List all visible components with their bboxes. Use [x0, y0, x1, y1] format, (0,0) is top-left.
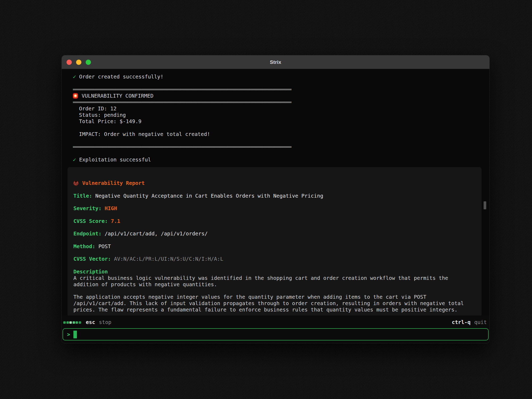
spinner-square [69, 321, 72, 324]
spinner-square [73, 321, 75, 324]
exploitation-text: Exploitation successful [79, 157, 151, 163]
field-label: Severity: [73, 205, 102, 211]
terminal-output[interactable]: ✓Order created successfully! ═══════════… [62, 69, 489, 315]
spinner-square [66, 321, 69, 324]
quit-key-hint: ctrl-q [452, 319, 471, 326]
check-icon: ✓ [73, 74, 76, 80]
quit-action-label: quit [474, 319, 487, 326]
total-price-line: Total Price: $-149.9 [73, 118, 478, 125]
window-title: Strix [270, 59, 281, 65]
log-stream: ✓Order created successfully! ═══════════… [73, 74, 478, 163]
bug-icon [73, 181, 78, 186]
vulnerability-report-panel: Vulnerability Report Title:Negative Quan… [68, 167, 481, 315]
impact-line: IMPACT: Order with negative total create… [73, 131, 478, 138]
quit-hint-group: ctrl-q quit [452, 319, 487, 326]
description-line: /api/v1/cart/add. This lack of input val… [73, 300, 475, 307]
field-value: HIGH [105, 205, 117, 211]
zoom-button[interactable] [86, 60, 91, 65]
description-line: A critical business logic vulnerability … [73, 275, 475, 281]
field-label: CVSS Score: [73, 218, 108, 224]
report-field-title: Title:Negative Quantity Acceptance in Ca… [73, 193, 475, 199]
report-field-severity: Severity:HIGH [73, 205, 475, 212]
description-line: prices. The flaw represents a fundamenta… [73, 307, 475, 313]
field-value: Negative Quantity Acceptance in Cart Ena… [95, 193, 323, 199]
input-prompt: > [67, 331, 70, 338]
description-line: addition of products with negative quant… [73, 281, 475, 288]
input-cursor [73, 331, 77, 338]
description-heading: Description [73, 269, 475, 275]
success-line: ✓Order created successfully! [73, 74, 478, 80]
report-heading-line: Vulnerability Report [73, 180, 475, 186]
traffic-lights [66, 55, 91, 69]
spinner-square [76, 321, 78, 324]
field-label: Title: [73, 193, 92, 199]
field-label: CVSS Vector: [73, 256, 111, 262]
command-input[interactable]: > [63, 328, 489, 340]
separator-line: ════════════════════════════════════════… [73, 99, 478, 106]
minimize-button[interactable] [76, 60, 81, 65]
field-value: 7.1 [111, 218, 120, 224]
status-bar: esc stop ctrl-q quit [62, 319, 489, 326]
esc-key-hint: esc [86, 319, 95, 326]
vulnerability-banner: VULNERABILITY CONFIRMED [73, 93, 478, 99]
close-button[interactable] [66, 60, 72, 65]
field-value: POST [98, 243, 111, 250]
field-value: AV:N/AC:L/PR:L/UI:N/S:U/C:N/I:H/A:L [114, 256, 223, 262]
report-field-cvss-score: CVSS Score:7.1 [73, 218, 475, 225]
window-titlebar: Strix [62, 55, 489, 69]
spinner-square [63, 321, 66, 324]
separator-line: ════════════════════════════════════════… [73, 86, 478, 93]
report-field-endpoint: Endpoint:/api/v1/cart/add, /api/v1/order… [73, 231, 475, 237]
report-field-method: Method:POST [73, 243, 475, 250]
field-label: Endpoint: [73, 231, 102, 237]
separator-line: ════════════════════════════════════════… [73, 144, 478, 150]
field-label: Method: [73, 243, 95, 250]
success-text: Order created successfully! [79, 74, 163, 80]
check-icon: ✓ [73, 157, 76, 163]
description-line: The application accepts negative integer… [73, 294, 475, 300]
report-field-cvss-vector: CVSS Vector:AV:N/AC:L/PR:L/UI:N/S:U/C:N/… [73, 256, 475, 262]
report-heading: Vulnerability Report [82, 180, 145, 186]
field-value: /api/v1/cart/add, /api/v1/orders/ [105, 231, 207, 237]
siren-icon [73, 93, 78, 99]
strix-window: Strix ✓Order created successfully! ═════… [62, 55, 489, 343]
activity-spinner [63, 321, 81, 324]
status-line: Status: pending [73, 112, 478, 118]
esc-action-label: stop [99, 319, 111, 326]
order-id-line: Order ID: 12 [73, 106, 478, 112]
spinner-square [79, 321, 81, 324]
scrollbar-thumb[interactable] [484, 201, 486, 209]
exploitation-line: ✓Exploitation successful [73, 157, 478, 163]
banner-title: VULNERABILITY CONFIRMED [82, 93, 153, 99]
